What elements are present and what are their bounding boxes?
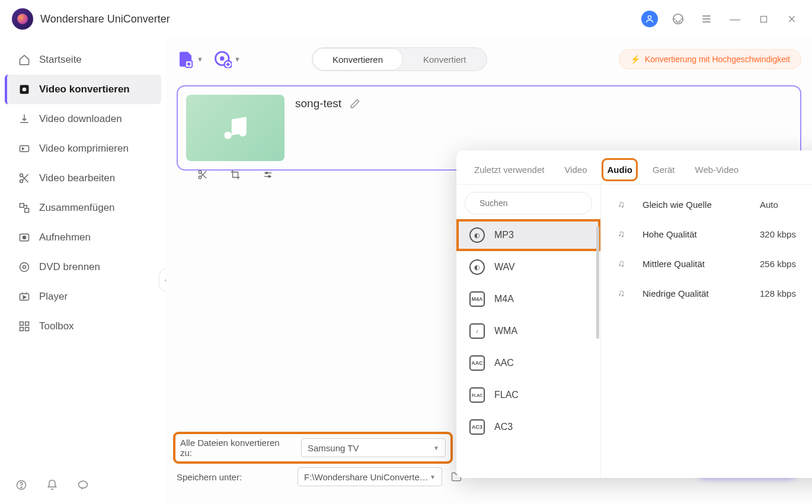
sidebar-item-toolbox[interactable]: Toolbox: [5, 312, 161, 341]
sidebar-item-label: Zusammenfügen: [39, 202, 115, 214]
format-list: ◐MP3 ◐WAV M4AM4A ♪WMA AACAAC FLACFLAC AC…: [456, 185, 601, 478]
format-mp3[interactable]: ◐MP3: [456, 219, 600, 251]
convert-all-value: Samsung TV: [308, 443, 359, 453]
format-label: WAV: [494, 262, 515, 272]
crop-icon[interactable]: [230, 169, 241, 180]
support-icon[interactable]: [670, 11, 686, 27]
disc-icon: ◐: [469, 259, 485, 275]
app-title: Wondershare UniConverter: [40, 13, 641, 25]
format-m4a[interactable]: M4AM4A: [456, 283, 600, 315]
format-search[interactable]: [465, 192, 592, 214]
svg-rect-5: [760, 16, 766, 22]
format-label: WMA: [494, 326, 517, 336]
record-icon: [18, 231, 31, 244]
trim-icon[interactable]: [197, 169, 208, 180]
quality-label: Mittlere Qualität: [642, 259, 749, 269]
bell-icon[interactable]: [44, 477, 60, 493]
sidebar-item-label: Toolbox: [39, 320, 74, 332]
chevron-down-icon: ▼: [197, 56, 203, 63]
help-icon[interactable]: [13, 477, 30, 493]
maximize-button[interactable]: [755, 11, 772, 27]
rename-icon[interactable]: [350, 98, 360, 109]
bolt-icon: ⚡: [630, 54, 640, 64]
svg-rect-27: [25, 328, 29, 331]
tab-convert[interactable]: Konvertieren: [312, 48, 403, 70]
sidebar-item-label: Aufnehmen: [39, 232, 91, 243]
quality-same[interactable]: ♫Gleich wie QuelleAuto: [613, 190, 812, 219]
format-ac3[interactable]: AC3AC3: [456, 411, 600, 443]
dd-tab-device[interactable]: Gerät: [651, 162, 676, 177]
music-icon: ♫: [618, 288, 632, 298]
player-icon: [18, 290, 31, 303]
svg-point-40: [239, 129, 247, 137]
svg-rect-26: [20, 328, 24, 331]
disc-icon: [18, 261, 31, 274]
quality-list: ♫Gleich wie QuelleAuto ♫Hohe Qualität320…: [601, 185, 812, 478]
file-icon: ♪: [469, 323, 485, 339]
dd-tab-recent[interactable]: Zuletzt verwendet: [473, 162, 545, 177]
app-logo: [12, 8, 33, 30]
dd-tab-video[interactable]: Video: [563, 162, 588, 177]
format-flac[interactable]: FLACFLAC: [456, 379, 600, 411]
svg-point-29: [21, 487, 22, 488]
save-path-select[interactable]: F:\Wondershare UniConverter 1▼: [298, 467, 442, 486]
download-icon: [18, 113, 31, 126]
dd-tab-audio[interactable]: Audio: [606, 162, 634, 177]
feedback-icon[interactable]: [75, 477, 91, 493]
effects-icon[interactable]: [263, 169, 273, 180]
format-label: AC3: [494, 422, 513, 432]
file-icon: AAC: [469, 355, 485, 371]
scissors-icon: [18, 172, 31, 185]
add-url-button[interactable]: ▼: [214, 50, 241, 68]
search-input[interactable]: [479, 198, 583, 208]
menu-icon[interactable]: [698, 11, 715, 27]
sidebar-item-merge[interactable]: Zusammenfügen: [5, 193, 161, 223]
sidebar-item-edit[interactable]: Video bearbeiten: [5, 163, 161, 193]
sidebar-item-label: Video komprimieren: [39, 143, 129, 155]
sidebar-item-home[interactable]: Startseite: [5, 45, 161, 75]
sidebar-item-record[interactable]: Aufnehmen: [5, 223, 161, 252]
sidebar-item-dvd[interactable]: DVD brennen: [5, 252, 161, 282]
convert-all-select[interactable]: Samsung TV▼: [301, 438, 446, 457]
svg-point-18: [23, 236, 26, 239]
sidebar-item-label: Player: [39, 291, 68, 303]
svg-point-39: [224, 131, 232, 139]
quality-low[interactable]: ♫Niedrige Qualität128 kbps: [613, 278, 812, 308]
speed-badge[interactable]: ⚡Konvertierung mit Hochgeschwindigkeit: [619, 49, 801, 69]
format-label: FLAC: [494, 390, 519, 400]
account-avatar[interactable]: [641, 11, 658, 27]
format-label: MP3: [494, 230, 514, 240]
save-label: Speichern unter:: [177, 472, 289, 482]
svg-rect-25: [25, 322, 29, 326]
dd-tab-web[interactable]: Web-Video: [694, 162, 740, 177]
add-file-button[interactable]: ▼: [177, 50, 203, 68]
quality-label: Hohe Qualität: [642, 229, 749, 239]
sidebar-item-label: Video konvertieren: [39, 84, 130, 95]
main: Startseite Video konvertieren Video down…: [0, 38, 812, 504]
convert-icon: [18, 83, 31, 96]
format-wma[interactable]: ♪WMA: [456, 315, 600, 347]
format-dropdown: Zuletzt verwendet Video Audio Gerät Web-…: [456, 150, 812, 478]
sidebar-item-compress[interactable]: Video komprimieren: [5, 134, 161, 163]
svg-rect-15: [20, 204, 24, 208]
sidebar-item-download[interactable]: Video downloaden: [5, 104, 161, 134]
sidebar-item-convert[interactable]: Video konvertieren: [5, 75, 161, 104]
compress-icon: [18, 142, 31, 155]
format-wav[interactable]: ◐WAV: [456, 251, 600, 283]
quality-rate: Auto: [760, 200, 812, 210]
scrollbar[interactable]: [596, 226, 599, 339]
svg-point-30: [79, 481, 88, 488]
disc-icon: ◐: [469, 227, 485, 243]
format-aac[interactable]: AACAAC: [456, 347, 600, 379]
sidebar-item-player[interactable]: Player: [5, 282, 161, 312]
close-button[interactable]: [784, 11, 800, 27]
music-icon: ♫: [618, 258, 632, 269]
svg-point-48: [268, 176, 270, 178]
toolbar: ▼ ▼ Konvertieren Konvertiert ⚡Konvertier…: [177, 38, 801, 81]
quality-medium[interactable]: ♫Mittlere Qualität256 kbps: [613, 249, 812, 278]
tab-converted[interactable]: Konvertiert: [403, 48, 487, 70]
grid-icon: [18, 320, 31, 333]
svg-rect-16: [25, 208, 29, 213]
quality-high[interactable]: ♫Hohe Qualität320 kbps: [613, 219, 812, 249]
minimize-button[interactable]: —: [727, 11, 743, 27]
